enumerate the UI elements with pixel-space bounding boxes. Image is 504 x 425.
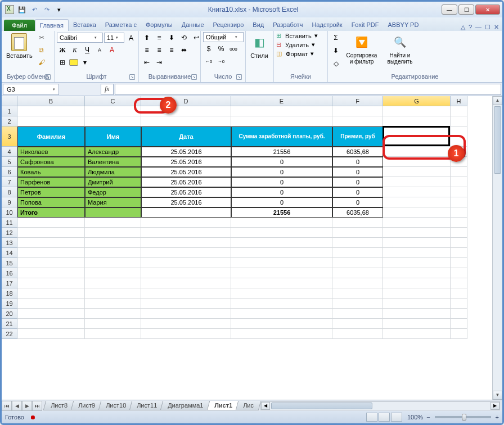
sheet-nav-prev[interactable]: ◀ <box>12 401 22 411</box>
qat-customize[interactable]: ▾ <box>53 4 65 15</box>
font-size-combo[interactable]: 11▾ <box>104 33 124 43</box>
horizontal-scrollbar[interactable]: ◀ ▶ <box>260 401 500 410</box>
cell-E14[interactable] <box>231 248 332 258</box>
ribbon-tab-foxit pdf[interactable]: Foxit PDF <box>347 19 384 31</box>
format-painter-button[interactable]: 🖌 <box>36 57 47 68</box>
scroll-right-arrow[interactable]: ▶ <box>490 402 500 410</box>
cell-F9[interactable]: 0 <box>332 197 383 207</box>
currency-button[interactable]: $ <box>203 43 214 55</box>
ribbon-tab-надстройк[interactable]: Надстройк <box>307 19 346 31</box>
wrap-text-button[interactable]: ↩ <box>191 32 202 43</box>
cell-G13[interactable] <box>383 238 451 248</box>
maximize-button[interactable]: ☐ <box>458 4 474 15</box>
cell-H1[interactable] <box>451 106 467 116</box>
row-header-12[interactable]: 12 <box>2 228 17 238</box>
cell-C21[interactable] <box>85 319 141 329</box>
row-header-20[interactable]: 20 <box>2 309 17 319</box>
cell-D21[interactable] <box>141 319 231 329</box>
cell-E6[interactable]: 0 <box>231 167 332 177</box>
cell-G17[interactable] <box>383 278 451 288</box>
cell-B1[interactable] <box>17 106 85 116</box>
cell-B12[interactable] <box>17 228 85 238</box>
insert-cells-button[interactable]: ⊞ Вставить ▾ <box>276 32 318 39</box>
cell-H20[interactable] <box>451 309 467 319</box>
align-middle-button[interactable]: ≡ <box>154 32 165 43</box>
sheet-tab-Диаграмма1[interactable]: Диаграмма1 <box>160 401 211 410</box>
cell-F6[interactable]: 0 <box>332 167 383 177</box>
align-right-button[interactable]: ≡ <box>166 44 177 56</box>
help-icon[interactable]: ? <box>469 24 472 31</box>
align-left-button[interactable]: ≡ <box>141 44 152 56</box>
cell-C12[interactable] <box>85 228 141 238</box>
cell-G3[interactable] <box>383 126 451 147</box>
vertical-scrollbar[interactable]: ▲ ▼ <box>492 96 502 400</box>
cell-F12[interactable] <box>332 228 383 238</box>
cell-D16[interactable] <box>141 268 231 278</box>
copy-button[interactable]: ⧉ <box>36 44 47 56</box>
cell-E9[interactable]: 0 <box>231 197 332 207</box>
cell-F11[interactable] <box>332 218 383 228</box>
cell-F5[interactable]: 0 <box>332 157 383 167</box>
ribbon-tab-abbyy pd[interactable]: ABBYY PD <box>384 19 424 31</box>
number-launcher[interactable]: ↘ <box>236 74 242 80</box>
fill-button[interactable]: ⬇ <box>330 45 341 56</box>
mdi-minimize[interactable]: — <box>475 24 482 31</box>
cell-E16[interactable] <box>231 268 332 278</box>
cell-G6[interactable] <box>383 167 451 177</box>
zoom-slider[interactable] <box>435 416 491 418</box>
insert-function-button[interactable]: fx <box>101 84 114 95</box>
shrink-font-button[interactable]: A <box>94 44 105 56</box>
cell-G2[interactable] <box>383 116 451 126</box>
column-header-B[interactable]: B <box>17 96 85 106</box>
cell-D10[interactable] <box>141 207 231 218</box>
row-header-14[interactable]: 14 <box>2 248 17 258</box>
select-all-corner[interactable] <box>2 96 17 106</box>
name-box-dropdown[interactable]: ▾ <box>53 87 55 92</box>
cell-B22[interactable] <box>17 329 85 339</box>
row-header-9[interactable]: 9 <box>2 197 17 207</box>
scroll-left-arrow[interactable]: ◀ <box>261 402 270 410</box>
sheet-tab-Лист11[interactable]: Лист11 <box>129 401 165 410</box>
cut-button[interactable]: ✂ <box>36 32 47 43</box>
hscroll-thumb[interactable] <box>271 403 372 409</box>
row-header-6[interactable]: 6 <box>2 167 17 177</box>
cell-F4[interactable]: 6035,68 <box>332 147 383 157</box>
align-top-button[interactable]: ⬆ <box>141 32 152 43</box>
cell-D17[interactable] <box>141 278 231 288</box>
orientation-button[interactable]: ⟲ <box>178 32 190 43</box>
cell-B18[interactable] <box>17 288 85 299</box>
cell-E13[interactable] <box>231 238 332 248</box>
zoom-in-button[interactable]: + <box>496 414 499 421</box>
column-header-F[interactable]: F <box>332 96 383 106</box>
cell-H8[interactable] <box>451 187 467 197</box>
formula-input[interactable] <box>115 84 501 95</box>
grow-font-button[interactable]: A <box>125 32 137 43</box>
cell-G8[interactable] <box>383 187 451 197</box>
cell-G22[interactable] <box>383 329 451 339</box>
decrease-indent-button[interactable]: ⇤ <box>141 57 152 68</box>
cell-B11[interactable] <box>17 218 85 228</box>
underline-button[interactable]: Ч <box>82 44 93 56</box>
cell-F14[interactable] <box>332 248 383 258</box>
row-header-7[interactable]: 7 <box>2 177 17 187</box>
cell-F21[interactable] <box>332 319 383 329</box>
cell-E21[interactable] <box>231 319 332 329</box>
row-header-21[interactable]: 21 <box>2 319 17 329</box>
page-layout-view-button[interactable] <box>379 413 390 422</box>
row-header-10[interactable]: 10 <box>2 207 17 218</box>
cell-G21[interactable] <box>383 319 451 329</box>
row-header-13[interactable]: 13 <box>2 238 17 248</box>
cell-H7[interactable] <box>451 177 467 187</box>
cell-E4[interactable]: 21556 <box>231 147 332 157</box>
cell-H2[interactable] <box>451 116 467 126</box>
cell-F18[interactable] <box>332 288 383 299</box>
font-name-combo[interactable]: Calibri▾ <box>57 33 103 43</box>
cell-B19[interactable] <box>17 299 85 309</box>
row-header-3[interactable]: 3 <box>2 126 17 147</box>
cell-E17[interactable] <box>231 278 332 288</box>
cell-B5[interactable]: Сафронова <box>17 157 85 167</box>
row-header-22[interactable]: 22 <box>2 329 17 339</box>
cell-C1[interactable] <box>85 106 141 116</box>
row-header-1[interactable]: 1 <box>2 106 17 116</box>
cell-H10[interactable] <box>451 207 467 218</box>
